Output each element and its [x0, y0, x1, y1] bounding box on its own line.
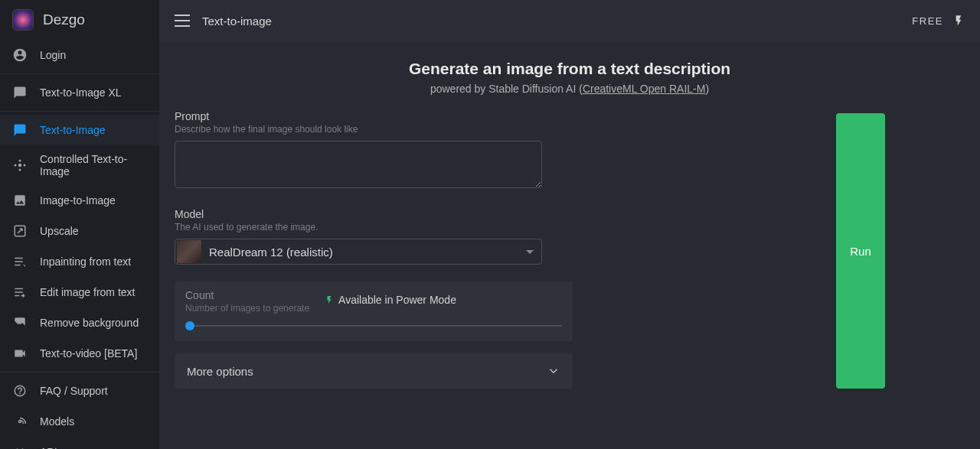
svg-point-1	[19, 160, 21, 162]
sidebar-item-controlled-t2i[interactable]: Controlled Text-to-Image	[0, 145, 159, 185]
sidebar-item-label: Controlled Text-to-Image	[40, 153, 147, 177]
model-desc: The AI used to generate the image.	[175, 222, 741, 233]
sidebar-item-label: FAQ / Support	[40, 385, 108, 397]
controls-icon	[12, 158, 28, 173]
menu-icon[interactable]	[175, 15, 190, 27]
sidebar-item-label: Upscale	[40, 225, 79, 237]
divider	[0, 73, 159, 74]
model-select[interactable]: RealDream 12 (realistic)	[175, 239, 542, 265]
video-icon	[12, 346, 28, 361]
topbar: Text-to-image FREE	[159, 0, 980, 41]
slider-thumb[interactable]	[185, 321, 194, 330]
sidebar-item-text-to-image-xl[interactable]: Text-to-Image XL	[0, 77, 159, 108]
hero-title: Generate an image from a text descriptio…	[159, 60, 980, 78]
sidebar-item-image-to-image[interactable]: Image-to-Image	[0, 185, 159, 216]
sidebar: Dezgo Login Text-to-Image XL Text-to-Ima…	[0, 0, 159, 449]
chat-icon	[12, 85, 28, 100]
model-label: Model	[175, 208, 741, 220]
chat-icon	[12, 122, 28, 138]
prompt-field: Prompt Describe how the final image shou…	[175, 110, 741, 191]
free-badge: FREE	[912, 15, 943, 27]
divider	[0, 111, 159, 112]
chevron-down-icon	[526, 250, 534, 254]
bolt-icon[interactable]	[952, 13, 965, 28]
brand-logo	[12, 9, 34, 31]
svg-point-4	[24, 164, 26, 167]
sidebar-item-label: Remove background	[40, 317, 139, 329]
slider-track	[185, 325, 562, 327]
radar-icon	[12, 414, 28, 429]
count-panel: Count Number of images to generate Avail…	[175, 281, 573, 341]
prompt-input[interactable]	[175, 141, 542, 188]
sidebar-item-upscale[interactable]: Upscale	[0, 216, 159, 246]
bolt-icon	[325, 294, 334, 306]
sidebar-item-text-to-image[interactable]: Text-to-Image	[0, 115, 159, 145]
content: Generate an image from a text descriptio…	[159, 41, 980, 449]
page-title: Text-to-image	[202, 15, 272, 28]
edit-icon	[12, 285, 28, 300]
sidebar-item-edit-image[interactable]: Edit image from text	[0, 277, 159, 307]
chevron-down-icon	[547, 364, 560, 378]
sidebar-item-remove-bg[interactable]: Remove background	[0, 307, 159, 338]
hero: Generate an image from a text descriptio…	[159, 60, 980, 95]
model-thumbnail	[177, 240, 201, 263]
sidebar-item-label: API	[40, 446, 57, 449]
model-selected-name: RealDream 12 (realistic)	[209, 246, 333, 259]
sidebar-item-label: Text-to-Image	[40, 124, 106, 136]
prompt-label: Prompt	[175, 110, 741, 122]
login-link[interactable]: Login	[0, 40, 159, 70]
sidebar-item-label: Text-to-video [BETA]	[40, 347, 137, 360]
divider	[0, 372, 159, 373]
power-mode-badge: Available in Power Mode	[325, 294, 456, 306]
svg-point-3	[15, 164, 17, 167]
brand[interactable]: Dezgo	[0, 0, 159, 40]
sidebar-item-label: Text-to-Image XL	[40, 86, 122, 99]
count-label: Count	[185, 289, 309, 301]
count-slider[interactable]	[185, 321, 562, 330]
code-icon	[12, 444, 28, 449]
run-button[interactable]: Run	[836, 113, 885, 389]
count-desc: Number of images to generate	[185, 303, 309, 314]
sidebar-item-label: Edit image from text	[40, 286, 136, 298]
sidebar-item-text-to-video[interactable]: Text-to-video [BETA]	[0, 338, 159, 369]
hero-subtitle: powered by Stable Diffusion AI (Creative…	[159, 83, 980, 95]
user-circle-icon	[12, 47, 28, 63]
license-link[interactable]: CreativeML Open RAIL-M	[583, 83, 706, 95]
sidebar-item-label: Image-to-Image	[40, 194, 116, 207]
sidebar-item-label: Models	[40, 415, 74, 428]
sidebar-item-inpainting[interactable]: Inpainting from text	[0, 246, 159, 277]
model-field: Model The AI used to generate the image.…	[175, 208, 741, 265]
sidebar-item-label: Inpainting from text	[40, 255, 131, 268]
image-off-icon	[12, 315, 28, 330]
more-options-toggle[interactable]: More options	[175, 353, 573, 389]
image-icon	[12, 193, 28, 208]
svg-point-0	[18, 164, 22, 168]
help-icon	[12, 383, 28, 399]
list-icon	[12, 254, 28, 269]
expand-icon	[12, 223, 28, 239]
login-label: Login	[40, 49, 66, 61]
sidebar-item-faq[interactable]: FAQ / Support	[0, 376, 159, 406]
main: Text-to-image FREE Generate an image fro…	[159, 0, 980, 449]
sidebar-item-api[interactable]: API	[0, 437, 159, 449]
svg-point-2	[19, 169, 21, 171]
prompt-desc: Describe how the final image should look…	[175, 124, 741, 135]
sidebar-item-models[interactable]: Models	[0, 406, 159, 437]
more-options-label: More options	[187, 365, 253, 378]
brand-name: Dezgo	[43, 11, 85, 28]
